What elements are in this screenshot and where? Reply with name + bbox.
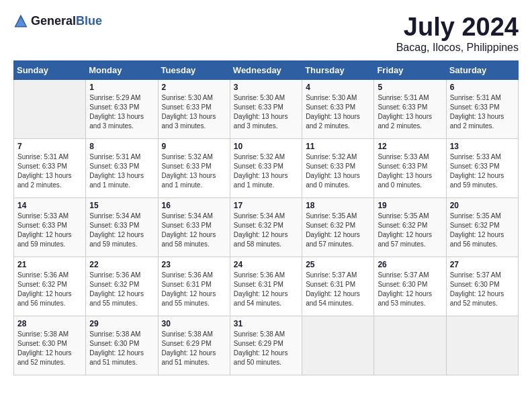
calendar-cell: 16Sunrise: 5:34 AM Sunset: 6:33 PM Dayli… — [158, 197, 230, 257]
day-number: 26 — [378, 260, 442, 269]
weekday-header-sunday: Sunday — [14, 60, 86, 79]
day-number: 29 — [89, 319, 154, 328]
day-number: 3 — [234, 83, 298, 92]
header-area: GeneralBlue July 2024 Bacag, Ilocos, Phi… — [13, 13, 519, 54]
cell-info: Sunrise: 5:38 AM Sunset: 6:30 PM Dayligh… — [89, 330, 154, 367]
calendar-cell: 9Sunrise: 5:32 AM Sunset: 6:33 PM Daylig… — [158, 138, 230, 197]
cell-info: Sunrise: 5:32 AM Sunset: 6:33 PM Dayligh… — [162, 152, 226, 190]
cell-info: Sunrise: 5:36 AM Sunset: 6:31 PM Dayligh… — [162, 271, 226, 308]
calendar-table: SundayMondayTuesdayWednesdayThursdayFrid… — [13, 60, 519, 375]
cell-info: Sunrise: 5:34 AM Sunset: 6:32 PM Dayligh… — [234, 212, 298, 249]
calendar-cell: 22Sunrise: 5:36 AM Sunset: 6:32 PM Dayli… — [86, 257, 158, 316]
day-number: 11 — [306, 142, 370, 151]
cell-info: Sunrise: 5:35 AM Sunset: 6:32 PM Dayligh… — [378, 212, 442, 249]
cell-info: Sunrise: 5:29 AM Sunset: 6:33 PM Dayligh… — [89, 93, 154, 131]
day-number: 15 — [89, 201, 154, 210]
calendar-cell: 11Sunrise: 5:32 AM Sunset: 6:33 PM Dayli… — [302, 138, 374, 197]
calendar-week-row: 21Sunrise: 5:36 AM Sunset: 6:32 PM Dayli… — [14, 257, 519, 316]
calendar-cell: 3Sunrise: 5:30 AM Sunset: 6:33 PM Daylig… — [230, 79, 302, 138]
cell-info: Sunrise: 5:34 AM Sunset: 6:33 PM Dayligh… — [89, 212, 154, 249]
calendar-cell: 15Sunrise: 5:34 AM Sunset: 6:33 PM Dayli… — [86, 197, 158, 257]
location-title: Bacag, Ilocos, Philippines — [396, 42, 519, 54]
calendar-cell: 6Sunrise: 5:31 AM Sunset: 6:33 PM Daylig… — [446, 79, 518, 138]
calendar-cell: 25Sunrise: 5:37 AM Sunset: 6:31 PM Dayli… — [302, 257, 374, 316]
calendar-cell: 8Sunrise: 5:31 AM Sunset: 6:33 PM Daylig… — [86, 138, 158, 197]
cell-info: Sunrise: 5:31 AM Sunset: 6:33 PM Dayligh… — [89, 152, 154, 190]
calendar-cell: 26Sunrise: 5:37 AM Sunset: 6:30 PM Dayli… — [374, 257, 446, 316]
cell-info: Sunrise: 5:33 AM Sunset: 6:33 PM Dayligh… — [378, 152, 442, 190]
logo-icon — [13, 13, 28, 28]
logo-general-text: General — [31, 14, 76, 28]
day-number: 20 — [450, 201, 515, 210]
cell-info: Sunrise: 5:31 AM Sunset: 6:33 PM Dayligh… — [17, 152, 82, 190]
cell-info: Sunrise: 5:30 AM Sunset: 6:33 PM Dayligh… — [162, 93, 226, 131]
calendar-cell: 23Sunrise: 5:36 AM Sunset: 6:31 PM Dayli… — [158, 257, 230, 316]
day-number: 18 — [306, 201, 370, 210]
cell-info: Sunrise: 5:33 AM Sunset: 6:33 PM Dayligh… — [450, 152, 515, 190]
calendar-week-row: 14Sunrise: 5:33 AM Sunset: 6:33 PM Dayli… — [14, 197, 519, 257]
day-number: 13 — [450, 142, 515, 151]
day-number: 4 — [306, 83, 370, 92]
day-number: 17 — [234, 201, 298, 210]
day-number: 5 — [378, 83, 442, 92]
calendar-cell: 24Sunrise: 5:36 AM Sunset: 6:31 PM Dayli… — [230, 257, 302, 316]
cell-info: Sunrise: 5:34 AM Sunset: 6:33 PM Dayligh… — [162, 212, 226, 249]
calendar-cell: 21Sunrise: 5:36 AM Sunset: 6:32 PM Dayli… — [14, 257, 86, 316]
calendar-week-row: 1Sunrise: 5:29 AM Sunset: 6:33 PM Daylig… — [14, 79, 519, 138]
calendar-cell: 12Sunrise: 5:33 AM Sunset: 6:33 PM Dayli… — [374, 138, 446, 197]
day-number: 2 — [162, 83, 226, 92]
cell-info: Sunrise: 5:36 AM Sunset: 6:32 PM Dayligh… — [17, 271, 82, 308]
logo: GeneralBlue — [13, 13, 102, 28]
day-number: 30 — [162, 319, 226, 328]
calendar-cell: 7Sunrise: 5:31 AM Sunset: 6:33 PM Daylig… — [14, 138, 86, 197]
day-number: 14 — [17, 201, 82, 210]
calendar-cell — [302, 316, 374, 375]
day-number: 19 — [378, 201, 442, 210]
cell-info: Sunrise: 5:36 AM Sunset: 6:31 PM Dayligh… — [234, 271, 298, 308]
day-number: 27 — [450, 260, 515, 269]
day-number: 12 — [378, 142, 442, 151]
day-number: 6 — [450, 83, 515, 92]
cell-info: Sunrise: 5:37 AM Sunset: 6:30 PM Dayligh… — [378, 271, 442, 308]
cell-info: Sunrise: 5:33 AM Sunset: 6:33 PM Dayligh… — [17, 212, 82, 249]
calendar-cell: 5Sunrise: 5:31 AM Sunset: 6:33 PM Daylig… — [374, 79, 446, 138]
day-number: 21 — [17, 260, 82, 269]
day-number: 10 — [234, 142, 298, 151]
day-number: 9 — [162, 142, 226, 151]
logo-blue-text: Blue — [76, 14, 102, 28]
calendar-cell: 27Sunrise: 5:37 AM Sunset: 6:30 PM Dayli… — [446, 257, 518, 316]
weekday-header-saturday: Saturday — [446, 60, 518, 79]
day-number: 1 — [89, 83, 154, 92]
weekday-header-thursday: Thursday — [302, 60, 374, 79]
day-number: 16 — [162, 201, 226, 210]
calendar-cell: 14Sunrise: 5:33 AM Sunset: 6:33 PM Dayli… — [14, 197, 86, 257]
calendar-cell: 19Sunrise: 5:35 AM Sunset: 6:32 PM Dayli… — [374, 197, 446, 257]
day-number: 7 — [17, 142, 82, 151]
cell-info: Sunrise: 5:32 AM Sunset: 6:33 PM Dayligh… — [306, 152, 370, 190]
calendar-cell: 1Sunrise: 5:29 AM Sunset: 6:33 PM Daylig… — [86, 79, 158, 138]
weekday-header-wednesday: Wednesday — [230, 60, 302, 79]
cell-info: Sunrise: 5:30 AM Sunset: 6:33 PM Dayligh… — [306, 93, 370, 131]
month-year-title: July 2024 — [396, 13, 519, 42]
day-number: 23 — [162, 260, 226, 269]
calendar-cell: 13Sunrise: 5:33 AM Sunset: 6:33 PM Dayli… — [446, 138, 518, 197]
calendar-cell: 2Sunrise: 5:30 AM Sunset: 6:33 PM Daylig… — [158, 79, 230, 138]
day-number: 28 — [17, 319, 82, 328]
calendar-cell — [446, 316, 518, 375]
title-area: July 2024 Bacag, Ilocos, Philippines — [396, 13, 519, 54]
calendar-cell: 30Sunrise: 5:38 AM Sunset: 6:29 PM Dayli… — [158, 316, 230, 375]
calendar-cell: 18Sunrise: 5:35 AM Sunset: 6:32 PM Dayli… — [302, 197, 374, 257]
cell-info: Sunrise: 5:36 AM Sunset: 6:32 PM Dayligh… — [89, 271, 154, 308]
cell-info: Sunrise: 5:38 AM Sunset: 6:29 PM Dayligh… — [234, 330, 298, 367]
calendar-cell: 10Sunrise: 5:32 AM Sunset: 6:33 PM Dayli… — [230, 138, 302, 197]
day-number: 8 — [89, 142, 154, 151]
day-number: 24 — [234, 260, 298, 269]
calendar-week-row: 28Sunrise: 5:38 AM Sunset: 6:30 PM Dayli… — [14, 316, 519, 375]
calendar-cell: 29Sunrise: 5:38 AM Sunset: 6:30 PM Dayli… — [86, 316, 158, 375]
calendar-cell: 28Sunrise: 5:38 AM Sunset: 6:30 PM Dayli… — [14, 316, 86, 375]
cell-info: Sunrise: 5:37 AM Sunset: 6:31 PM Dayligh… — [306, 271, 370, 308]
weekday-header-friday: Friday — [374, 60, 446, 79]
calendar-cell: 17Sunrise: 5:34 AM Sunset: 6:32 PM Dayli… — [230, 197, 302, 257]
cell-info: Sunrise: 5:32 AM Sunset: 6:33 PM Dayligh… — [234, 152, 298, 190]
cell-info: Sunrise: 5:31 AM Sunset: 6:33 PM Dayligh… — [450, 93, 515, 131]
